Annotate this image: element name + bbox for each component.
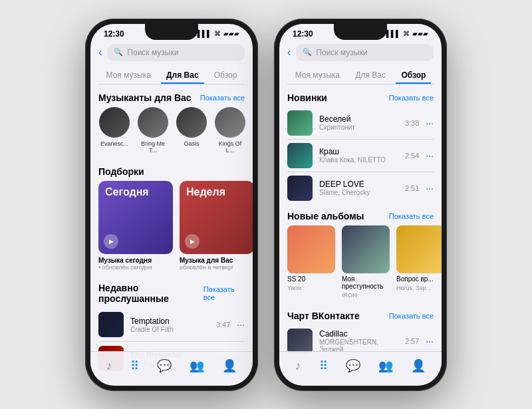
search-icon-right: 🔍 xyxy=(303,48,312,57)
novice-art-krash xyxy=(287,143,313,168)
artists-show-all-left[interactable]: Показать все xyxy=(200,94,245,102)
artists-scroll-left: Evanesc... Bring Me T... Oasis Kings Of … xyxy=(90,107,253,160)
search-input-right[interactable]: 🔍 Поиск музыки xyxy=(296,44,434,61)
album-artist-moy: IROH xyxy=(342,292,390,299)
nav-profile-left[interactable]: 👤 xyxy=(222,358,237,373)
novice-krash[interactable]: Краш Клава Кока, NILETTO 2:54 ··· xyxy=(279,140,442,172)
artist-oasis[interactable]: Oasis xyxy=(176,107,207,155)
compilation-week-name: Музыка для Вас xyxy=(180,257,253,264)
artist-name-evanescence: Evanesc... xyxy=(100,140,128,148)
nav-friends-right[interactable]: 👥 xyxy=(378,358,393,373)
nav-grid-left[interactable]: ⠿ xyxy=(130,358,139,373)
album-vopros[interactable]: Вопрос вр... Horus, Зар... xyxy=(396,225,442,299)
artist-name-kings: Kings Of L... xyxy=(214,140,246,155)
novice-duration-krash: 2:54 xyxy=(405,152,419,160)
search-input-left[interactable]: 🔍 Поиск музыки xyxy=(107,44,245,61)
nav-friends-left[interactable]: 👥 xyxy=(190,358,204,373)
tab-browse-left[interactable]: Обзор xyxy=(209,68,243,84)
compilation-today-label: Сегодня xyxy=(98,181,173,204)
novice-info-veselee: Веселей Скриптонит xyxy=(319,114,398,131)
novice-show-all[interactable]: Показать все xyxy=(389,94,434,102)
battery-icon-left: ▰▰▰ xyxy=(223,30,239,37)
tab-my-music-left[interactable]: Моя музыка xyxy=(101,68,156,84)
track-info-temptation: Temptation Cradle Of Filth xyxy=(130,317,209,333)
nav-chat-right[interactable]: 💬 xyxy=(346,358,360,373)
novice-info-deeplove: DEEP LOVE Slame, Cherocky xyxy=(319,180,398,196)
artists-title-left: Музыканты для Вас xyxy=(98,92,192,103)
compilation-today-wrapper[interactable]: Сегодня ▶ Музыка сегодня • обновлён сего… xyxy=(98,181,173,271)
status-bar-left: 12:30 ▌▌▌ ⌘ ▰▰▰ xyxy=(90,24,253,41)
novice-veselee[interactable]: Веселей Скриптонит 3:38 ··· xyxy=(279,107,442,139)
search-placeholder-right: Поиск музыки xyxy=(316,48,367,57)
novice-artist-krash: Клава Кока, NILETTO xyxy=(319,156,398,164)
search-bar-left: ‹ 🔍 Поиск музыки xyxy=(98,44,245,61)
artists-header-left: Музыканты для Вас Показать все xyxy=(90,86,253,107)
tab-browse-right[interactable]: Обзор xyxy=(396,68,431,84)
novice-art-veselee xyxy=(287,110,313,136)
battery-icon-right: ▰▰▰ xyxy=(412,30,428,37)
back-arrow-left[interactable]: ‹ xyxy=(98,47,102,59)
compilation-week-label: Неделя xyxy=(180,181,253,204)
artist-avatar-kings xyxy=(215,107,245,138)
tab-for-you-right[interactable]: Для Вас xyxy=(350,68,391,84)
recent-header: Недавно прослушанные Показать все xyxy=(90,276,253,308)
recent-title: Недавно прослушанные xyxy=(98,283,203,304)
phone-right: 12:30 ▌▌▌ ⌘ ▰▰▰ ‹ 🔍 Поиск музыки Моя муз… xyxy=(274,19,447,391)
nav-profile-right[interactable]: 👤 xyxy=(411,358,426,373)
track-more-temptation[interactable]: ··· xyxy=(237,319,245,330)
compilation-week-card[interactable]: Неделя ▶ xyxy=(180,181,253,254)
novice-info-krash: Краш Клава Кока, NILETTO xyxy=(319,147,398,164)
album-name-moy: Моя преступность xyxy=(342,275,390,290)
phone-left: 12:30 ▌▌▌ ⌘ ▰▰▰ ‹ 🔍 Поиск музыки Моя муз… xyxy=(85,19,258,391)
recent-show-all[interactable]: Показать все xyxy=(203,285,245,301)
novice-title-krash: Краш xyxy=(319,147,398,156)
artist-evanescence[interactable]: Evanesc... xyxy=(98,107,130,155)
nav-chat-left[interactable]: 💬 xyxy=(157,358,172,373)
album-moy[interactable]: Моя преступность IROH xyxy=(342,225,390,299)
status-time-right: 12:30 xyxy=(293,29,313,39)
albums-title: Новые альбомы xyxy=(287,211,364,221)
novice-more-veselee[interactable]: ··· xyxy=(426,118,434,128)
artist-bringme[interactable]: Bring Me T... xyxy=(137,107,169,155)
compilation-today-card[interactable]: Сегодня ▶ xyxy=(98,181,173,254)
chart-duration-cadillac: 2:57 xyxy=(405,337,419,345)
compilations-title: Подборки xyxy=(98,166,144,177)
novice-more-krash[interactable]: ··· xyxy=(426,150,434,161)
album-art-ss20 xyxy=(287,225,335,273)
phones-container: 12:30 ▌▌▌ ⌘ ▰▰▰ ‹ 🔍 Поиск музыки Моя муз… xyxy=(72,5,460,404)
albums-show-all[interactable]: Показать все xyxy=(389,212,434,220)
album-ss20[interactable]: SS 20 Yanix xyxy=(287,225,335,299)
artist-kings[interactable]: Kings Of L... xyxy=(214,107,246,155)
search-placeholder-left: Поиск музыки xyxy=(127,48,178,57)
tab-my-music-right[interactable]: Моя музыка xyxy=(290,68,345,84)
albums-scroll: SS 20 Yanix Моя преступность IROH Вопрос… xyxy=(279,225,442,304)
nav-music-right[interactable]: ♪ xyxy=(295,359,301,373)
compilation-week-play[interactable]: ▶ xyxy=(185,234,200,249)
compilation-week-update: обновлён в четверг xyxy=(180,264,253,271)
chart-info-cadillac: Cadillac MORGENSHTERN, Элджей xyxy=(319,329,398,353)
track-duration-temptation: 3:47 xyxy=(216,321,230,329)
status-time-left: 12:30 xyxy=(104,29,124,39)
compilation-today-name: Музыка сегодня xyxy=(98,257,173,264)
novice-more-deeplove[interactable]: ··· xyxy=(426,183,434,194)
nav-grid-right[interactable]: ⠿ xyxy=(319,358,328,373)
novice-title-veselee: Веселей xyxy=(319,114,398,124)
compilation-week-wrapper[interactable]: Неделя ▶ Музыка для Вас обновлён в четве… xyxy=(180,181,253,271)
chart-more-cadillac[interactable]: ··· xyxy=(426,336,434,346)
tab-for-you-left[interactable]: Для Вас xyxy=(161,68,204,84)
back-arrow-right[interactable]: ‹ xyxy=(287,47,291,59)
track-title-temptation: Temptation xyxy=(130,317,209,326)
novice-deeplove[interactable]: DEEP LOVE Slame, Cherocky 2:51 ··· xyxy=(279,172,442,204)
chart-show-all[interactable]: Показать все xyxy=(389,312,434,320)
compilation-today-update: • обновлён сегодня xyxy=(98,264,173,271)
tabs-right: Моя музыка Для Вас Обзор xyxy=(279,64,442,84)
status-icons-left: ▌▌▌ ⌘ ▰▰▰ xyxy=(198,30,239,37)
compilations-header: Подборки xyxy=(90,160,253,181)
novice-header: Новинки Показать все xyxy=(279,86,442,107)
track-temptation[interactable]: Temptation Cradle Of Filth 3:47 ··· xyxy=(90,308,253,341)
compilation-today-play[interactable]: ▶ xyxy=(104,234,118,249)
signal-icon-left: ▌▌▌ xyxy=(198,30,211,37)
novice-duration-deeplove: 2:51 xyxy=(405,184,419,192)
nav-music-left[interactable]: ♪ xyxy=(106,359,112,373)
compilations-list: Сегодня ▶ Музыка сегодня • обновлён сего… xyxy=(90,181,253,276)
